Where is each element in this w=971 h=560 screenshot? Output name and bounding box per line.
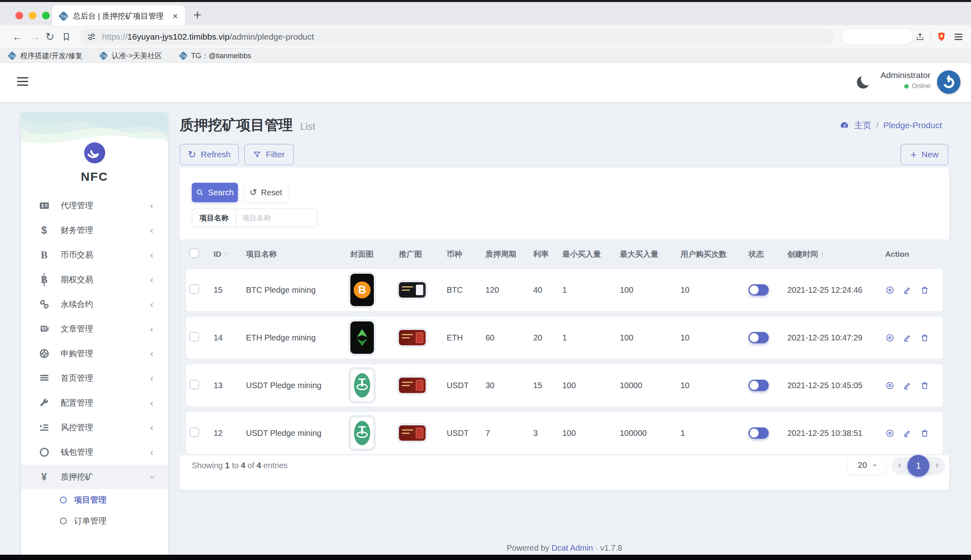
maximize-window-button[interactable] [42,12,50,19]
status-toggle[interactable] [748,380,769,391]
chevron-left-icon: ‹ [150,200,153,211]
sidebar-item-homepage[interactable]: 首页管理‹ [21,366,168,391]
view-icon[interactable] [885,429,895,438]
tm-diamond-icon: Tm [178,51,188,61]
page-title: 质押挖矿项目管理 [180,116,293,135]
col-name: 项目名称 [243,245,347,263]
circle-bullet-icon [60,497,67,503]
sidebar-subitem-project-management[interactable]: 项目管理 [21,489,168,510]
next-page-button[interactable]: › [935,459,939,471]
edit-icon[interactable] [903,285,912,295]
breadcrumb: 主页 / Pledge-Product [840,120,942,131]
tune-icon[interactable] [87,32,96,42]
edit-icon[interactable] [903,333,912,342]
bookmark-item[interactable]: Tm认准->天美社区 [100,51,162,61]
row-checkbox[interactable] [189,332,199,342]
view-icon[interactable] [885,381,895,390]
sidebar-item-finance[interactable]: $ 财务管理‹ [21,218,168,243]
browser-menu-icon[interactable] [953,25,964,49]
sidebar-item-agent[interactable]: 代理管理‹ [21,193,168,218]
sidebar-toggle-icon[interactable] [17,77,28,88]
promo-banner-image[interactable] [399,330,426,345]
col-id[interactable]: ID↑ [210,245,243,263]
brand-name: NFC [21,170,168,184]
status-toggle[interactable] [748,427,769,439]
avatar[interactable] [937,70,960,94]
eth-cover-image[interactable] [350,321,374,354]
bookmark-item[interactable]: TmTG：@tianmeibbs [180,51,251,61]
delete-icon[interactable] [920,429,929,438]
refresh-button[interactable]: ↻ Refresh [180,144,239,165]
row-checkbox[interactable] [189,380,199,389]
view-icon[interactable] [885,333,895,342]
usdt-cover-image[interactable] [350,417,374,449]
sidebar-item-wallet[interactable]: 钱包管理‹ [21,440,168,465]
status-toggle[interactable] [748,284,769,296]
new-tab-button[interactable]: + [193,7,201,22]
filter-button[interactable]: Filter [244,144,294,165]
delete-icon[interactable] [920,381,929,390]
promo-banner-image[interactable] [399,378,426,393]
user-box[interactable]: Administrator Online [880,70,931,90]
baht-icon: B [37,275,51,285]
share-upload-icon[interactable] [915,25,925,49]
address-bar[interactable]: https://16yuyan-jys102.timibbs.vip/admin… [79,29,834,45]
view-icon[interactable] [885,285,895,295]
close-window-button[interactable] [15,12,23,19]
select-all-checkbox[interactable] [189,248,199,258]
sidebar-item-perpetual[interactable]: 永续合约‹ [21,292,168,317]
project-name-input[interactable] [236,209,317,227]
row-checkbox[interactable] [189,284,199,294]
bookmark-item[interactable]: Tm程序搭建/开发/修复 [9,51,83,61]
sidebar-item-pledge-mining[interactable]: ¥ 质押挖矿‹ [21,465,168,489]
sidebar-item-coin-trade[interactable]: B 币币交易‹ [21,243,168,267]
col-cover: 封面图 [347,245,396,263]
page-size-select[interactable]: 20‹ [848,455,885,475]
life-ring-icon [37,348,51,359]
new-button[interactable]: + New [901,144,948,165]
sidebar-subitem-order-management[interactable]: 订单管理 [21,510,168,531]
breadcrumb-home[interactable]: 主页 [854,120,871,131]
dcat-admin-link[interactable]: Dcat Admin [551,543,593,552]
sidebar-item-risk[interactable]: 风控管理‹ [21,415,168,440]
sidebar-item-subscription[interactable]: 申购管理‹ [21,341,168,366]
edit-icon[interactable] [903,381,912,390]
dark-mode-moon-icon[interactable] [857,76,869,89]
tab-close-icon[interactable]: × [172,11,178,21]
bookmark-icon[interactable] [61,25,71,49]
btc-cover-image[interactable]: B [350,274,374,306]
col-created-at[interactable]: 创建时间↑ [784,245,882,263]
chevron-left-icon: ‹ [150,397,153,409]
sidebar-item-option-trade[interactable]: B 期权交易‹ [21,267,168,292]
projects-table: ID↑ 项目名称 封面图 推广图 币种 质押周期 利率 最小买入量 最大买入量 … [186,239,943,460]
row-checkbox[interactable] [189,427,199,437]
usdt-cover-image[interactable] [350,369,374,402]
delete-icon[interactable] [920,333,929,342]
table-row: 13 USDT Pledge mining USDT 30 15 100 100… [186,364,943,406]
browser-tab[interactable]: Tm 总后台 | 质押挖矿项目管理 × [52,5,185,27]
edit-icon[interactable] [903,429,912,438]
chevron-down-icon: ‹ [869,464,879,467]
current-page-button[interactable]: 1 [907,455,929,477]
tm-diamond-icon: Tm [8,51,17,61]
window-controls[interactable] [15,12,50,19]
toolbar-white-pill[interactable] [842,29,913,44]
status-toggle[interactable] [748,332,769,343]
sidebar: NFC 代理管理‹ $ 财务管理‹ B 币币交易‹ B 期权交易‹ 永续合约‹ [21,112,168,560]
minimize-window-button[interactable] [29,12,36,19]
sidebar-item-articles[interactable]: 文章管理‹ [21,317,168,341]
reload-icon[interactable]: ↻ [45,25,55,49]
delete-icon[interactable] [920,285,929,295]
back-icon[interactable]: ← [12,25,23,49]
search-button[interactable]: Search [192,183,238,202]
promo-banner-image[interactable] [399,425,426,441]
wrench-icon [37,397,51,408]
brave-shield-icon[interactable] [936,25,947,49]
refresh-icon: ↻ [188,149,196,160]
prev-page-button[interactable]: ‹ [898,459,901,471]
forward-icon[interactable]: → [29,25,40,49]
promo-banner-image[interactable] [399,282,426,298]
table-header-row: ID↑ 项目名称 封面图 推广图 币种 质押周期 利率 最小买入量 最大买入量 … [186,245,943,263]
reset-button[interactable]: ↺ Reset [244,183,288,202]
sidebar-item-config[interactable]: 配置管理‹ [21,391,168,415]
